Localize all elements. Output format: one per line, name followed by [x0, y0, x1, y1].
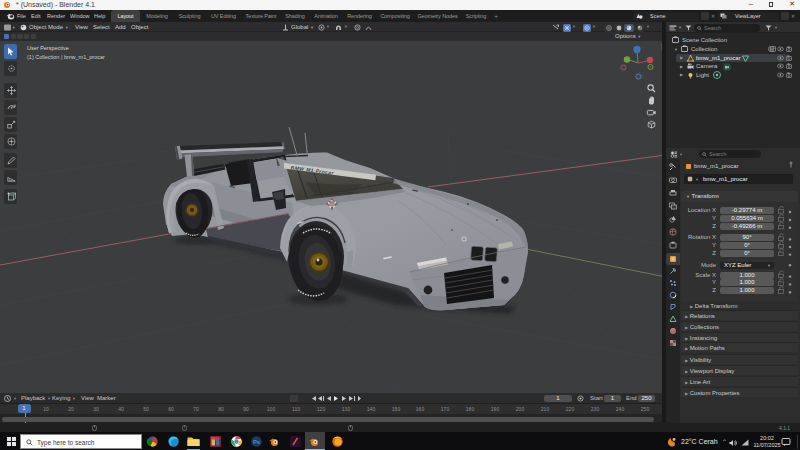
- svg-text:Ps: Ps: [253, 439, 260, 445]
